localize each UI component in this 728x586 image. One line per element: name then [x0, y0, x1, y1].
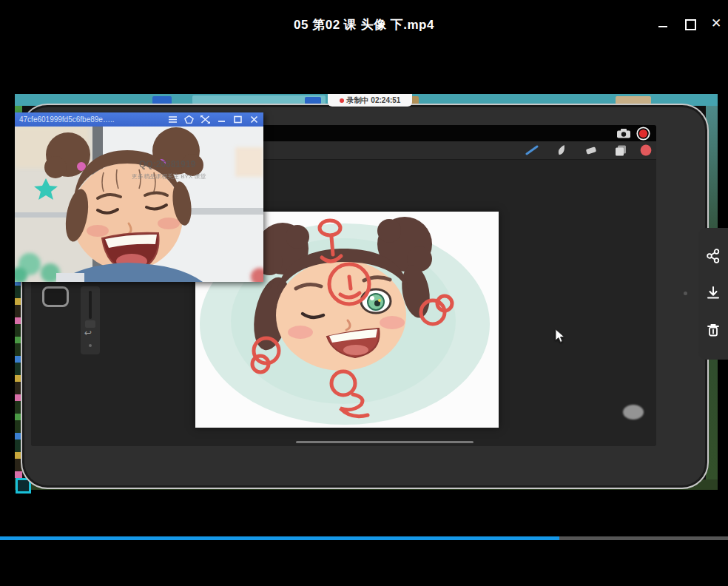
- record-button-icon[interactable]: [636, 127, 650, 141]
- reference-photo: QQ:26681919 更多精品课程关注 BYX 课堂: [15, 127, 263, 282]
- mouse-cursor: [555, 329, 565, 343]
- tablet-camera-dot: [684, 292, 687, 295]
- watermark-line1: QQ:26681919: [139, 159, 195, 169]
- trash-icon[interactable]: [706, 323, 721, 337]
- home-indicator-bar[interactable]: [296, 441, 473, 443]
- action-panel: [698, 228, 728, 360]
- recording-text: 录制中 02:24:51: [347, 95, 401, 106]
- recording-badge: 录制中 02:24:51: [328, 94, 412, 107]
- player-controls: 01:37:42 / 02:08:38 倍速 超清 字幕: [0, 536, 728, 586]
- close-button[interactable]: ✕: [710, 18, 722, 30]
- menu-icon[interactable]: [168, 115, 178, 124]
- camera-icon[interactable]: [617, 129, 630, 138]
- brush-sidebar[interactable]: ↩: [81, 286, 100, 354]
- fullscreen-expand-icon[interactable]: [200, 115, 210, 124]
- brush-tool-icon[interactable]: [525, 144, 539, 157]
- video-frame[interactable]: ↩ 录制中 02:24:51 47cfe601999fd5c6fbe89e…..: [15, 94, 718, 490]
- minimize-button[interactable]: [657, 18, 669, 30]
- smudge-tool-icon[interactable]: [555, 144, 568, 157]
- window-maximize-icon[interactable]: [233, 115, 243, 124]
- color-swatch-icon[interactable]: [639, 144, 653, 157]
- progress-bar[interactable]: [0, 536, 728, 540]
- home-button[interactable]: [42, 286, 69, 307]
- progress-fill: [0, 536, 559, 540]
- window-minimize-icon[interactable]: [217, 115, 226, 124]
- touch-highlight: [623, 405, 644, 420]
- player-window: 05 第02 课 头像 下.mp4 ✕: [0, 0, 728, 586]
- undo-icon[interactable]: ↩: [84, 328, 92, 338]
- photo-viewer-window[interactable]: 47cfe601999fd5c6fbe89e…..: [15, 112, 263, 282]
- recording-dot-icon: [340, 98, 344, 103]
- window-title: 05 第02 课 头像 下.mp4: [0, 16, 728, 33]
- cartoon-face: [276, 260, 406, 371]
- layers-icon[interactable]: [614, 144, 627, 157]
- watermark-line2: 更多精品课程关注 BYX 课堂: [132, 173, 206, 180]
- window-titlebar: 05 第02 课 头像 下.mp4 ✕: [0, 0, 728, 47]
- photo-window-title: 47cfe601999fd5c6fbe89e…..: [19, 115, 161, 124]
- share-icon[interactable]: [706, 249, 721, 263]
- rotate-icon[interactable]: [184, 115, 194, 124]
- maximize-button[interactable]: [684, 18, 695, 30]
- window-close-icon[interactable]: [249, 115, 259, 124]
- eraser-tool-icon[interactable]: [584, 144, 598, 157]
- photo-window-titlebar[interactable]: 47cfe601999fd5c6fbe89e…..: [15, 112, 263, 127]
- download-icon[interactable]: [706, 286, 721, 300]
